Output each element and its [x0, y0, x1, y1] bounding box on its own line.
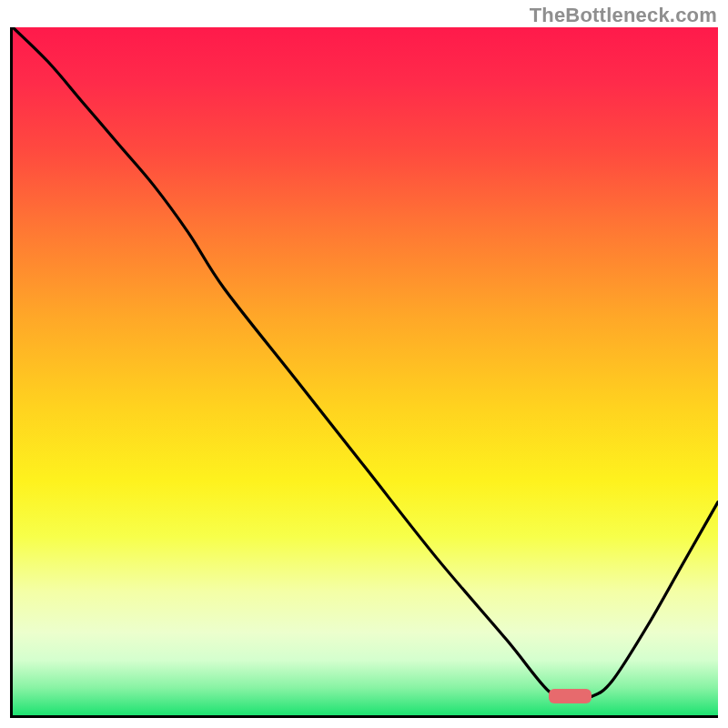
- chart-root: TheBottleneck.com: [0, 0, 728, 728]
- attribution-label: TheBottleneck.com: [530, 4, 717, 27]
- axes-frame: [10, 27, 718, 718]
